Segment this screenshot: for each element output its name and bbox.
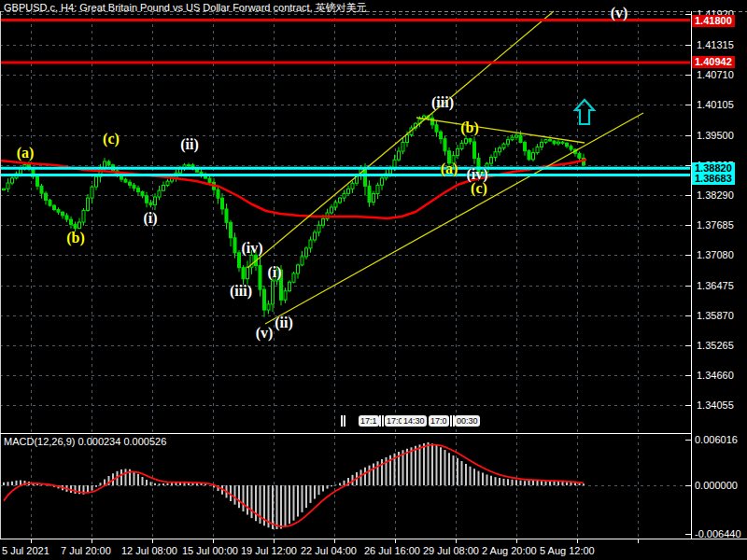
price-tick-label: 1.39500 (697, 130, 734, 141)
candle (284, 291, 287, 301)
candle (129, 182, 132, 185)
candle (373, 193, 375, 202)
candle (217, 189, 219, 198)
wave-label[interactable]: (v) (256, 325, 274, 342)
time-axis-label: 15 Jul 00:00 (182, 545, 238, 556)
candle (490, 158, 493, 164)
candle (146, 196, 148, 203)
candle (3, 189, 6, 189)
price-tick-label: 1.41315 (697, 39, 734, 50)
wave-label[interactable]: (a) (17, 145, 35, 161)
candle (40, 186, 43, 193)
wave-label[interactable]: (a) (441, 161, 458, 177)
wave-label[interactable]: (b) (460, 119, 479, 136)
candle (331, 207, 333, 213)
candle (402, 142, 404, 151)
candle (553, 141, 556, 144)
candle (62, 212, 64, 216)
news-flag-tick[interactable] (382, 415, 384, 427)
candle (544, 140, 547, 143)
time-axis-label: 19 Jul 12:00 (241, 545, 297, 556)
chart-title: GBPUSD.c, H4: Great Britain Pound vs US … (4, 1, 367, 15)
candle (524, 143, 527, 151)
candle (499, 148, 501, 152)
news-flag[interactable]: 14:30 (402, 415, 427, 427)
candle (528, 151, 530, 160)
candle (225, 209, 228, 222)
candle (393, 160, 396, 167)
candle (242, 268, 245, 279)
candle (70, 219, 73, 224)
candle (49, 200, 51, 205)
news-flag[interactable]: 17:1 (359, 415, 379, 427)
candle (233, 238, 236, 253)
time-axis-label: 2 Aug 20:00 (482, 545, 537, 556)
time-axis-label: 29 Jul 08:00 (423, 545, 479, 556)
wave-label[interactable]: (iii) (230, 283, 252, 300)
candle (154, 197, 157, 204)
candle (502, 144, 505, 147)
candle (549, 140, 552, 141)
price-marker-badge: 1.38683 (692, 173, 735, 185)
news-flag[interactable]: 17:0 (429, 415, 449, 427)
candle (473, 142, 476, 159)
candle (272, 281, 275, 304)
candle (133, 185, 135, 188)
news-flag-tick[interactable] (379, 415, 381, 427)
news-flag-tick[interactable] (453, 415, 455, 427)
candle (440, 132, 443, 138)
candle (515, 135, 518, 137)
candle (541, 142, 543, 147)
candle (137, 189, 140, 192)
candle (208, 178, 211, 182)
trading-chart-window: GBPUSD.c, H4: Great Britain Pound vs US … (0, 0, 747, 560)
candle (557, 142, 560, 144)
wave-label[interactable]: (iv) (241, 240, 262, 257)
candle (334, 203, 337, 207)
time-axis-label: 5 Aug 12:00 (540, 545, 595, 556)
candle (305, 248, 308, 257)
candle (435, 125, 438, 132)
wave-label[interactable]: (ii) (180, 136, 199, 153)
macd-tick-label: 0.006016 (695, 434, 738, 445)
wave-label[interactable]: (b) (66, 230, 85, 246)
candle (263, 289, 266, 310)
wave-label[interactable]: (iii) (431, 94, 454, 111)
news-flag[interactable]: 00:30 (455, 415, 480, 427)
time-axis-label: 12 Jul 08:00 (121, 545, 177, 556)
candle (511, 137, 514, 140)
price-tick-label: 1.34055 (697, 399, 734, 411)
candle (149, 203, 152, 204)
news-flag-tick[interactable] (341, 415, 343, 427)
price-marker-badge: 1.41800 (692, 15, 735, 27)
price-tick-label: 1.34660 (697, 370, 734, 381)
candle (578, 153, 581, 158)
candle (566, 143, 569, 146)
candle (87, 198, 90, 210)
price-tick-label: 1.35870 (697, 310, 734, 321)
wave-label[interactable]: (i) (267, 264, 281, 281)
candle (398, 151, 401, 160)
wave-label[interactable]: (i) (143, 210, 157, 227)
candle (381, 178, 384, 185)
candle (301, 257, 303, 265)
news-flag-tick[interactable] (344, 415, 345, 427)
candle (11, 178, 14, 183)
candle (166, 181, 169, 185)
candle (267, 304, 270, 310)
candle (406, 134, 409, 142)
news-flag-tick[interactable] (450, 415, 452, 427)
candle (36, 176, 39, 186)
candle (317, 225, 320, 232)
candle (376, 185, 379, 193)
candle (322, 218, 325, 225)
candle (444, 139, 446, 151)
candle (221, 198, 224, 209)
candle (457, 148, 459, 155)
candle (314, 232, 317, 240)
time-axis-label: 26 Jul 16:00 (364, 545, 420, 556)
wave-label[interactable]: (ii) (275, 315, 293, 331)
wave-label[interactable]: (c) (471, 180, 487, 197)
wave-label[interactable]: (v) (611, 5, 628, 21)
wave-label[interactable]: (c) (103, 131, 120, 147)
